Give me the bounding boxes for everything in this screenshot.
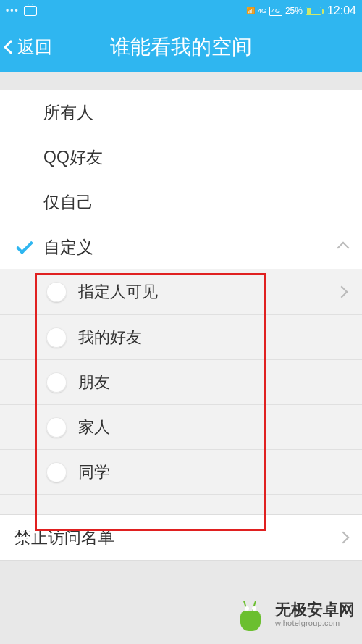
chevron-left-icon (4, 40, 18, 54)
sub-option-my-friends[interactable]: 我的好友 (0, 314, 362, 359)
radio-icon (46, 372, 67, 393)
status-bar: ••• 📶 4G 4G 25% 12:04 (0, 0, 362, 22)
privacy-options-list: 所有人 QQ好友 仅自己 自定义 (0, 90, 362, 269)
watermark-title: 无极安卓网 (275, 601, 355, 619)
radio-icon (46, 462, 67, 482)
sub-option-label: 朋友 (78, 372, 110, 393)
back-label: 返回 (17, 35, 52, 59)
block-list-label: 禁止访问名单 (14, 527, 114, 549)
sub-option-friends[interactable]: 朋友 (0, 359, 362, 404)
radio-icon (46, 327, 67, 348)
option-qq-friends[interactable]: QQ好友 (43, 135, 362, 180)
back-button[interactable]: 返回 (0, 22, 52, 72)
option-label: 所有人 (43, 101, 93, 124)
radio-icon (46, 417, 67, 438)
page-title: 谁能看我的空间 (0, 33, 362, 61)
section-gap (0, 72, 362, 90)
android-logo-icon (235, 598, 268, 631)
sub-option-label: 同学 (78, 461, 110, 483)
sub-option-label: 家人 (78, 417, 110, 438)
signal-icon: 📶 (246, 7, 255, 14)
nav-bar: 返回 谁能看我的空间 (0, 22, 362, 72)
check-icon (16, 236, 33, 254)
battery-icon (306, 7, 321, 15)
sublist-gap (0, 494, 362, 514)
battery-percentage: 25% (285, 6, 303, 16)
sub-option-family[interactable]: 家人 (0, 404, 362, 449)
block-list-row[interactable]: 禁止访问名单 (0, 514, 362, 561)
option-label: 仅自己 (43, 191, 93, 214)
option-label: 自定义 (43, 236, 93, 259)
sub-option-label: 我的好友 (78, 327, 142, 348)
chevron-right-icon (337, 532, 350, 544)
chevron-up-icon (337, 241, 350, 254)
watermark: 无极安卓网 wjhotelgroup.com (235, 598, 355, 631)
option-everyone[interactable]: 所有人 (0, 90, 362, 135)
option-label: QQ好友 (43, 146, 103, 169)
custom-sublist: 指定人可见 我的好友 朋友 家人 同学 (0, 269, 362, 514)
sub-option-label: 指定人可见 (78, 281, 158, 303)
sub-option-classmates[interactable]: 同学 (0, 449, 362, 494)
radio-icon (46, 282, 67, 302)
more-dots-icon: ••• (6, 6, 20, 16)
4g-badge-icon: 4G (269, 7, 282, 16)
clock: 12:04 (327, 4, 356, 17)
sub-option-specified[interactable]: 指定人可见 (0, 269, 362, 314)
option-custom[interactable]: 自定义 (0, 225, 362, 269)
camera-icon (24, 6, 37, 16)
option-only-me[interactable]: 仅自己 (43, 180, 362, 225)
chevron-right-icon (336, 286, 348, 298)
watermark-url: wjhotelgroup.com (275, 619, 355, 628)
network-type: 4G (258, 7, 266, 14)
